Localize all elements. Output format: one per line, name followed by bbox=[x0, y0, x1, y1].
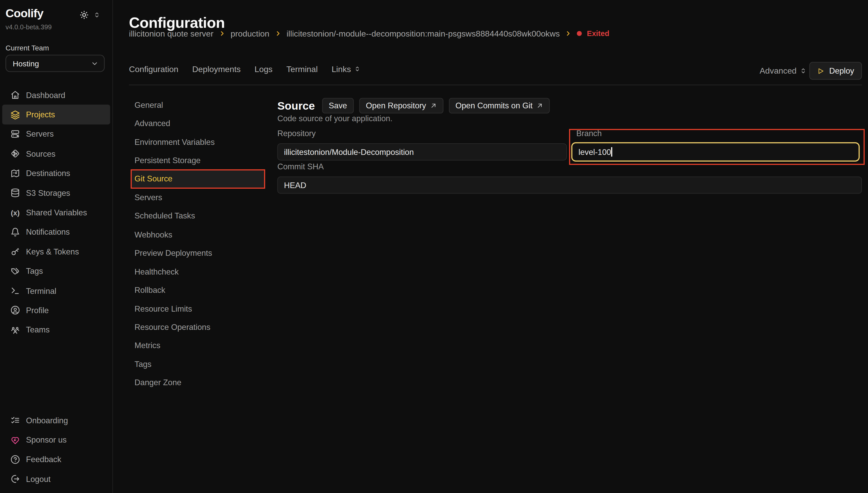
checklist-icon bbox=[10, 415, 20, 425]
chevron-right-icon bbox=[218, 30, 226, 37]
tags-icon bbox=[10, 266, 20, 276]
subnav-item-resource-limits[interactable]: Resource Limits bbox=[131, 299, 264, 318]
user-icon bbox=[10, 306, 20, 315]
breadcrumb-project[interactable]: illicitonion quote server bbox=[129, 29, 213, 38]
sidebar-item-sponsor-us[interactable]: Sponsor us bbox=[2, 430, 110, 450]
key-icon bbox=[10, 247, 20, 257]
external-link-icon bbox=[536, 102, 543, 109]
current-team-label: Current Team bbox=[6, 44, 49, 52]
tab-deployments[interactable]: Deployments bbox=[192, 64, 241, 73]
subnav-item-git-source[interactable]: Git Source bbox=[131, 170, 264, 188]
subnav-item-danger-zone[interactable]: Danger Zone bbox=[131, 373, 264, 392]
map-icon bbox=[10, 169, 20, 178]
subnav-item-general[interactable]: General bbox=[131, 96, 264, 114]
database-icon bbox=[10, 188, 20, 198]
branch-label: Branch bbox=[576, 129, 602, 138]
sidebar-item-sources[interactable]: Sources bbox=[2, 144, 110, 164]
subnav-item-servers[interactable]: Servers bbox=[131, 188, 264, 207]
heart-icon bbox=[10, 435, 20, 445]
subnav-item-persistent-storage[interactable]: Persistent Storage bbox=[131, 151, 264, 170]
sidebar-item-dashboard[interactable]: Dashboard bbox=[2, 85, 110, 105]
play-icon bbox=[817, 67, 824, 74]
sidebar-item-logout[interactable]: Logout bbox=[2, 469, 110, 489]
sidebar-item-projects[interactable]: Projects bbox=[2, 105, 110, 124]
open-commits-button[interactable]: Open Commits on Git bbox=[449, 98, 550, 113]
breadcrumb: illicitonion quote server production ill… bbox=[129, 29, 609, 38]
sidebar: Coolify v4.0.0-beta.399 Current Team Hos… bbox=[0, 0, 113, 493]
subnav-item-environment-variables[interactable]: Environment Variables bbox=[131, 133, 264, 151]
source-description: Code source of your application. bbox=[277, 114, 392, 123]
subnav-item-metrics[interactable]: Metrics bbox=[131, 336, 264, 355]
subnav-item-rollback[interactable]: Rollback bbox=[131, 281, 264, 299]
app-logo[interactable]: Coolify bbox=[6, 7, 43, 20]
divider bbox=[129, 85, 862, 85]
advanced-dropdown[interactable]: Advanced bbox=[760, 66, 807, 76]
status-dot bbox=[577, 31, 582, 36]
source-title: Source bbox=[277, 99, 315, 112]
status-badge: Exited bbox=[587, 29, 609, 38]
repository-input[interactable] bbox=[277, 143, 567, 160]
text-cursor bbox=[611, 147, 612, 157]
repository-label: Repository bbox=[277, 129, 316, 138]
git-source-icon bbox=[10, 149, 20, 158]
source-header: Source Save Open Repository Open Commits… bbox=[277, 98, 550, 113]
terminal-icon bbox=[10, 286, 20, 296]
home-icon bbox=[10, 90, 20, 100]
sidebar-footer-nav: Onboarding Sponsor us Feedback Logout bbox=[0, 411, 112, 489]
chevron-right-icon bbox=[565, 30, 572, 37]
sidebar-item-keys-tokens[interactable]: Keys & Tokens bbox=[2, 242, 110, 261]
subnav-item-advanced[interactable]: Advanced bbox=[131, 114, 264, 133]
sidebar-item-destinations[interactable]: Destinations bbox=[2, 164, 110, 183]
team-select-value: Hosting bbox=[13, 59, 39, 68]
commit-sha-input[interactable] bbox=[277, 176, 862, 194]
theme-toggle-sun-icon[interactable] bbox=[80, 10, 88, 19]
configuration-subnav: General Advanced Environment Variables P… bbox=[129, 96, 266, 392]
tab-links[interactable]: Links bbox=[332, 64, 361, 73]
app-version: v4.0.0-beta.399 bbox=[6, 23, 52, 31]
chevron-down-icon bbox=[91, 60, 99, 67]
commit-sha-label: Commit SHA bbox=[277, 162, 323, 171]
tab-bar: Configuration Deployments Logs Terminal … bbox=[129, 64, 361, 73]
sidebar-item-feedback[interactable]: Feedback bbox=[2, 450, 110, 469]
sidebar-item-teams[interactable]: Teams bbox=[2, 320, 110, 340]
subnav-item-tags[interactable]: Tags bbox=[131, 355, 264, 373]
coolify-app: Coolify v4.0.0-beta.399 Current Team Hos… bbox=[0, 0, 868, 493]
variable-icon: (x) bbox=[10, 209, 20, 217]
subnav-item-webhooks[interactable]: Webhooks bbox=[131, 225, 264, 244]
breadcrumb-application[interactable]: illicitestonion/-module--decomposition:m… bbox=[287, 29, 559, 38]
tab-logs[interactable]: Logs bbox=[255, 64, 273, 73]
open-repository-button[interactable]: Open Repository bbox=[359, 98, 443, 113]
breadcrumb-environment[interactable]: production bbox=[231, 29, 270, 38]
users-icon bbox=[10, 325, 20, 335]
branch-input[interactable] bbox=[571, 142, 860, 162]
sidebar-nav: Dashboard Projects Servers Sources Desti… bbox=[0, 85, 112, 340]
sidebar-item-notifications[interactable]: Notifications bbox=[2, 222, 110, 242]
sidebar-item-profile[interactable]: Profile bbox=[2, 301, 110, 320]
logout-icon bbox=[10, 474, 20, 484]
chevron-right-icon bbox=[274, 30, 282, 37]
tab-configuration[interactable]: Configuration bbox=[129, 64, 178, 73]
sidebar-item-servers[interactable]: Servers bbox=[2, 124, 110, 144]
team-select[interactable]: Hosting bbox=[6, 55, 105, 72]
tab-terminal[interactable]: Terminal bbox=[286, 64, 318, 73]
chevrons-up-down-icon[interactable] bbox=[93, 11, 101, 19]
sidebar-item-tags[interactable]: Tags bbox=[2, 261, 110, 281]
bell-icon bbox=[10, 228, 20, 237]
sidebar-item-terminal[interactable]: Terminal bbox=[2, 281, 110, 301]
sidebar-item-shared-variables[interactable]: (x) Shared Variables bbox=[2, 203, 110, 222]
sidebar-item-s3-storages[interactable]: S3 Storages bbox=[2, 183, 110, 203]
sidebar-item-onboarding[interactable]: Onboarding bbox=[2, 411, 110, 430]
save-button[interactable]: Save bbox=[322, 98, 354, 113]
chevrons-up-down-icon bbox=[354, 65, 361, 72]
layers-icon bbox=[10, 110, 20, 120]
subnav-item-preview-deployments[interactable]: Preview Deployments bbox=[131, 244, 264, 262]
help-icon bbox=[10, 455, 20, 465]
subnav-item-resource-operations[interactable]: Resource Operations bbox=[131, 318, 264, 336]
subnav-item-scheduled-tasks[interactable]: Scheduled Tasks bbox=[131, 207, 264, 225]
server-icon bbox=[10, 129, 20, 139]
chevrons-up-down-icon bbox=[799, 67, 807, 74]
subnav-item-healthcheck[interactable]: Healthcheck bbox=[131, 262, 264, 281]
deploy-button[interactable]: Deploy bbox=[809, 62, 862, 80]
external-link-icon bbox=[430, 102, 437, 109]
